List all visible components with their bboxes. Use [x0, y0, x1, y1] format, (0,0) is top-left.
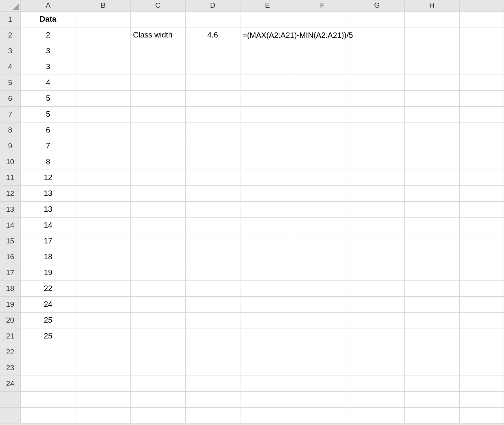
row-header-1[interactable]: 1	[0, 11, 20, 27]
cell-C17[interactable]	[130, 265, 185, 280]
cell-F1[interactable]	[295, 11, 350, 27]
cell-I18[interactable]	[459, 280, 504, 296]
cell-A13[interactable]: 13	[20, 201, 76, 217]
col-header-A[interactable]: A	[20, 0, 76, 11]
cell-D26[interactable]	[185, 407, 240, 423]
cell-E1[interactable]	[240, 11, 295, 27]
cell-E24[interactable]	[240, 376, 295, 391]
cell-D25[interactable]	[185, 391, 240, 407]
cell-G6[interactable]	[350, 90, 404, 106]
cell-H19[interactable]	[404, 296, 459, 312]
cell-A21[interactable]: 25	[20, 328, 76, 344]
cell-I5[interactable]	[459, 75, 504, 90]
col-header-H[interactable]: H	[404, 0, 459, 11]
cell-A26[interactable]	[20, 407, 76, 423]
cell-A5[interactable]: 4	[20, 75, 76, 90]
cell-E19[interactable]	[240, 296, 295, 312]
row-header-9[interactable]: 9	[0, 138, 20, 154]
cell-I20[interactable]	[459, 312, 504, 328]
select-all-corner[interactable]	[0, 0, 20, 11]
cell-H14[interactable]	[404, 217, 459, 233]
cell-I13[interactable]	[459, 201, 504, 217]
cell-I23[interactable]	[459, 360, 504, 376]
cell-G20[interactable]	[350, 312, 404, 328]
cell-G24[interactable]	[350, 376, 404, 391]
cell-E3[interactable]	[240, 43, 295, 59]
cell-H16[interactable]	[404, 249, 459, 265]
cell-I1[interactable]	[459, 11, 504, 27]
cell-E9[interactable]	[240, 138, 295, 154]
cell-A8[interactable]: 6	[20, 122, 76, 138]
row-header-19[interactable]: 19	[0, 296, 20, 312]
cell-E12[interactable]	[240, 185, 295, 201]
cell-D18[interactable]	[185, 280, 240, 296]
cell-E10[interactable]	[240, 154, 295, 170]
cell-E14[interactable]	[240, 217, 295, 233]
cell-I8[interactable]	[459, 122, 504, 138]
cell-C24[interactable]	[130, 376, 185, 391]
cell-F18[interactable]	[295, 280, 350, 296]
cell-G21[interactable]	[350, 328, 404, 344]
row-header-18[interactable]: 18	[0, 280, 20, 296]
cell-F5[interactable]	[295, 75, 350, 90]
cell-A4[interactable]: 3	[20, 59, 76, 75]
cell-F14[interactable]	[295, 217, 350, 233]
cell-A23[interactable]	[20, 360, 76, 376]
cell-B3[interactable]	[76, 43, 130, 59]
cell-H6[interactable]	[404, 90, 459, 106]
cell-G16[interactable]	[350, 249, 404, 265]
cell-A12[interactable]: 13	[20, 185, 76, 201]
cell-E21[interactable]	[240, 328, 295, 344]
cell-B8[interactable]	[76, 122, 130, 138]
cell-D9[interactable]	[185, 138, 240, 154]
cell-F26[interactable]	[295, 407, 350, 423]
cell-G2[interactable]	[350, 27, 404, 43]
cell-A18[interactable]: 22	[20, 280, 76, 296]
cell-C5[interactable]	[130, 75, 185, 90]
cell-I22[interactable]	[459, 344, 504, 360]
cell-B6[interactable]	[76, 90, 130, 106]
cell-E8[interactable]	[240, 122, 295, 138]
cell-I10[interactable]	[459, 154, 504, 170]
cell-A10[interactable]: 8	[20, 154, 76, 170]
cell-B5[interactable]	[76, 75, 130, 90]
cell-G19[interactable]	[350, 296, 404, 312]
cell-F12[interactable]	[295, 185, 350, 201]
cell-B10[interactable]	[76, 154, 130, 170]
cell-C18[interactable]	[130, 280, 185, 296]
cell-F24[interactable]	[295, 376, 350, 391]
col-header-F[interactable]: F	[295, 0, 350, 11]
row-header-4[interactable]: 4	[0, 59, 20, 75]
col-header-extra[interactable]	[459, 0, 504, 11]
cell-D14[interactable]	[185, 217, 240, 233]
cell-C20[interactable]	[130, 312, 185, 328]
col-header-B[interactable]: B	[76, 0, 130, 11]
cell-B12[interactable]	[76, 185, 130, 201]
cell-H20[interactable]	[404, 312, 459, 328]
cell-F22[interactable]	[295, 344, 350, 360]
cell-F11[interactable]	[295, 170, 350, 185]
cell-H2[interactable]	[404, 27, 459, 43]
cell-F3[interactable]	[295, 43, 350, 59]
cell-G17[interactable]	[350, 265, 404, 280]
cell-D10[interactable]	[185, 154, 240, 170]
cell-D6[interactable]	[185, 90, 240, 106]
cell-F6[interactable]	[295, 90, 350, 106]
cell-G5[interactable]	[350, 75, 404, 90]
cell-I15[interactable]	[459, 233, 504, 249]
cell-I21[interactable]	[459, 328, 504, 344]
col-header-D[interactable]: D	[185, 0, 240, 11]
row-header-3[interactable]: 3	[0, 43, 20, 59]
cell-D5[interactable]	[185, 75, 240, 90]
cell-D7[interactable]	[185, 106, 240, 122]
cell-C7[interactable]	[130, 106, 185, 122]
cell-H21[interactable]	[404, 328, 459, 344]
cell-I24[interactable]	[459, 376, 504, 391]
row-header-21[interactable]: 21	[0, 328, 20, 344]
cell-F20[interactable]	[295, 312, 350, 328]
cell-D16[interactable]	[185, 249, 240, 265]
cell-I6[interactable]	[459, 90, 504, 106]
cell-E25[interactable]	[240, 391, 295, 407]
cell-C6[interactable]	[130, 90, 185, 106]
cell-F7[interactable]	[295, 106, 350, 122]
